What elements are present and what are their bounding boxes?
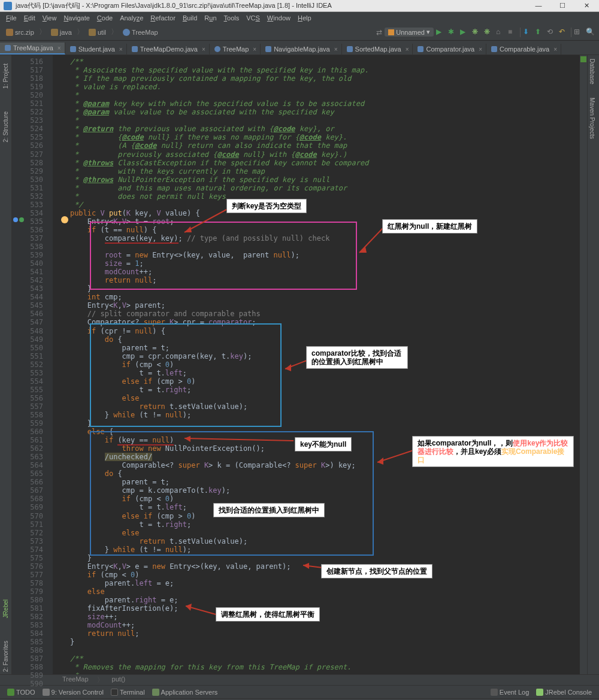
svg-marker-5 <box>285 364 291 371</box>
menu-analyze[interactable]: Analyze <box>116 14 147 22</box>
arrow-icon <box>183 604 219 617</box>
svg-marker-1 <box>184 226 192 232</box>
svg-marker-3 <box>359 247 367 253</box>
arrow-icon <box>375 448 417 466</box>
breadcrumb-class[interactable]: TreeMap <box>120 29 161 36</box>
btm-eventlog[interactable]: Event Log <box>487 689 533 696</box>
annotation-label: 找到合适的位置插入到红黑树中 <box>213 503 325 517</box>
search-icon[interactable]: 🔍 <box>586 28 595 37</box>
btm-appservers[interactable]: Application Servers <box>149 689 222 696</box>
svg-line-6 <box>184 438 294 441</box>
annotation-label: 创建新节点，找到父节点的位置 <box>321 564 432 578</box>
menu-run[interactable]: Run <box>201 14 220 22</box>
git-push-icon[interactable]: ⬆ <box>535 28 544 37</box>
sidetab-project[interactable]: 1: Project <box>2 61 10 91</box>
arrow-icon <box>179 208 232 238</box>
window-title: java代码 [D:\java代码] - X:\Program Files\Ja… <box>16 1 530 10</box>
annotation-label: 调整红黑树，使得红黑树平衡 <box>216 607 320 622</box>
svg-line-2 <box>359 228 383 253</box>
sidetab-database[interactable]: Database <box>588 55 597 88</box>
intention-bulb-icon[interactable] <box>61 216 68 223</box>
history-icon[interactable]: ⟲ <box>547 28 556 37</box>
stop-button[interactable]: ■ <box>508 28 518 37</box>
structure-icon[interactable]: ⊞ <box>574 28 583 37</box>
minimize-button[interactable]: — <box>530 2 547 10</box>
sidetab-jrebel[interactable]: JRebel <box>2 597 10 620</box>
breadcrumb-java[interactable]: java <box>49 29 74 36</box>
breadcrumb-bar: TreeMap 〉 put() <box>0 674 599 685</box>
menu-bar: File Edit View Navigate Code Analyze Ref… <box>0 12 599 24</box>
btm-terminal[interactable]: Terminal <box>107 689 149 696</box>
caret-icon[interactable]: ⇄ <box>376 28 382 37</box>
override-icon[interactable] <box>13 217 18 222</box>
override-icon[interactable] <box>19 217 24 222</box>
menu-file[interactable]: File <box>2 14 20 22</box>
sidetab-structure[interactable]: 2: Structure <box>2 109 10 145</box>
editor-tabs: TreeMap.java× Student.java× TreeMapDemo.… <box>0 41 599 55</box>
menu-refactor[interactable]: Refactor <box>147 14 179 22</box>
btm-vcs[interactable]: 9: Version Control <box>39 689 107 696</box>
right-tool-strip: Database Maven Projects <box>587 55 599 674</box>
arrow-icon <box>283 354 309 372</box>
tab-comparable[interactable]: Comparable.java× <box>486 44 561 54</box>
revert-icon[interactable]: ↶ <box>559 28 568 37</box>
git-pull-icon[interactable]: ⬇ <box>523 28 533 37</box>
tab-navigablemap[interactable]: NavigableMap.java× <box>261 44 341 54</box>
btm-todo[interactable]: TODO <box>4 689 39 696</box>
code-editor[interactable]: /** * Associates the specified value wit… <box>53 55 580 674</box>
navigation-bar: src.zip 〉 java 〉 util 〉 TreeMap ⇄ Unname… <box>0 24 599 41</box>
breadcrumb-method[interactable]: put() <box>110 675 128 684</box>
line-gutter: 5165175185195205215225235245255265275285… <box>12 55 53 674</box>
jrebel2-icon[interactable]: ❋ <box>484 28 494 37</box>
annotation-label: 红黑树为null，新建红黑树 <box>382 219 477 234</box>
coverage-button[interactable]: ▶ <box>460 28 470 37</box>
jrebel-icon[interactable]: ❋ <box>472 28 482 37</box>
menu-build[interactable]: Build <box>179 14 201 22</box>
menu-navigate[interactable]: Navigate <box>60 14 93 22</box>
menu-view[interactable]: View <box>39 14 60 22</box>
svg-marker-13 <box>186 604 192 611</box>
run-button[interactable]: ▶ <box>436 28 446 37</box>
sidetab-maven[interactable]: Maven Projects <box>588 94 597 143</box>
annotation-label: 如果comparator为null，，则使用key作为比较器进行比较，并且key… <box>412 436 574 467</box>
run-config-selector[interactable]: Unnamed▾ <box>385 28 434 37</box>
maximize-button[interactable]: ☐ <box>553 2 571 10</box>
app-icon <box>4 2 12 10</box>
tab-sortedmap[interactable]: SortedMap.java× <box>342 44 413 54</box>
breadcrumb-util[interactable]: util <box>86 29 108 36</box>
error-stripe[interactable] <box>580 55 587 674</box>
btm-jrebel[interactable]: JRebel Console <box>533 689 595 696</box>
toolbar-buttons: ⇄ Unnamed▾ ▶ ✱ ▶ ❋ ❋ ⌂ ■ ⬇ ⬆ ⟲ ↶ ⊞ 🔍 <box>376 28 595 37</box>
tab-comparator[interactable]: Comparator.java× <box>413 44 486 54</box>
annotation-label: comparator比较，找到合适的位置插入到红黑树中 <box>306 346 408 369</box>
arrow-icon <box>182 436 296 444</box>
menu-window[interactable]: Window <box>264 14 294 22</box>
annotation-label: 判断key是否为空类型 <box>226 199 307 213</box>
analysis-ok-icon <box>580 56 586 62</box>
left-tool-strip: 1: Project 2: Structure JRebel 2: Favori… <box>0 55 12 674</box>
breadcrumb-src[interactable]: src.zip <box>4 29 37 36</box>
menu-code[interactable]: Code <box>93 14 116 22</box>
title-bar: java代码 [D:\java代码] - X:\Program Files\Ja… <box>0 0 599 12</box>
tab-treemap[interactable]: TreeMap.java× <box>0 43 65 54</box>
svg-marker-9 <box>377 457 383 465</box>
sidetab-favorites[interactable]: 2: Favorites <box>2 638 10 674</box>
debug-button[interactable]: ✱ <box>448 28 458 37</box>
annotation-label: key不能为null <box>295 437 352 451</box>
tab-treemap-class[interactable]: TreeMap× <box>210 44 261 54</box>
tab-student[interactable]: Student.java× <box>65 44 127 54</box>
menu-tools[interactable]: Tools <box>220 14 243 22</box>
menu-edit[interactable]: Edit <box>20 14 39 22</box>
close-button[interactable]: ✕ <box>577 2 595 10</box>
close-icon[interactable]: × <box>58 45 61 51</box>
menu-help[interactable]: Help <box>294 14 315 22</box>
tab-treemapdemo[interactable]: TreeMapDemo.java× <box>127 44 210 54</box>
bottom-tool-bar: TODO 9: Version Control Terminal Applica… <box>0 685 599 698</box>
hammer-icon[interactable]: ⌂ <box>496 28 506 37</box>
breadcrumb-class[interactable]: TreeMap <box>60 675 91 684</box>
menu-vcs[interactable]: VCS <box>243 14 264 22</box>
